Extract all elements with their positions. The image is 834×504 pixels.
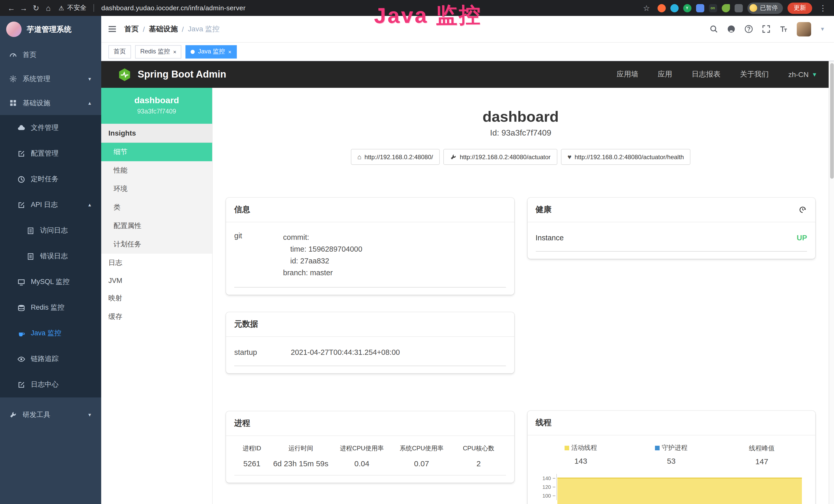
- address-bar[interactable]: ⚠ 不安全 dashboard.yudao.iocoder.cn/infra/a…: [59, 4, 245, 12]
- sidebar-item-log-center[interactable]: 日志中心: [0, 372, 101, 397]
- sba-item-logs[interactable]: 日志: [101, 254, 212, 272]
- sba-nav-about[interactable]: 关于我们: [740, 70, 769, 79]
- forward-icon[interactable]: →: [18, 4, 30, 12]
- live-threads-area: [557, 478, 802, 504]
- extension-icon-puzzle[interactable]: [734, 4, 743, 12]
- language-selector[interactable]: zh-CN ▼: [788, 70, 817, 78]
- document-icon: [27, 227, 35, 234]
- instance-links: ⌂ http://192.168.0.2:48080/ http://192.1…: [213, 149, 829, 165]
- sba-item-scheduled-tasks[interactable]: 计划任务: [101, 235, 212, 254]
- security-label: 不安全: [67, 4, 87, 12]
- back-icon[interactable]: ←: [5, 4, 18, 12]
- sidebar-item-api-log[interactable]: API 日志 ▲: [0, 192, 101, 218]
- avatar-caret-icon[interactable]: ▼: [820, 26, 825, 32]
- profile-paused-badge[interactable]: 已暂停: [747, 2, 783, 14]
- legend-swatch-yellow: [565, 446, 569, 450]
- extension-icon-on[interactable]: on: [709, 4, 717, 12]
- user-avatar[interactable]: [797, 22, 811, 36]
- extension-icon-3[interactable]: Y: [683, 4, 691, 12]
- metadata-card: 元数据 startup 2021-04-27T00:44:31.254+08:0…: [226, 312, 514, 373]
- kebab-menu-icon[interactable]: ⋮: [817, 3, 829, 13]
- sba-item-mappings[interactable]: 映射: [101, 289, 212, 307]
- sidebar-item-dev-tools[interactable]: 研发工具 ▼: [0, 403, 101, 427]
- sidebar-item-scheduled-job[interactable]: 定时任务: [0, 166, 101, 192]
- app-logo-row[interactable]: 芋道管理系统: [0, 16, 101, 43]
- extension-icon-4[interactable]: [696, 4, 704, 12]
- log-icon: [18, 201, 25, 209]
- info-card-title: 信息: [234, 204, 250, 215]
- update-button[interactable]: 更新: [788, 2, 812, 14]
- breadcrumb: 首页 / 基础设施 / Java 监控: [124, 24, 220, 33]
- sba-item-jvm[interactable]: JVM: [101, 272, 212, 289]
- github-icon[interactable]: [727, 25, 736, 33]
- sidebar-item-access-log[interactable]: 访问日志: [0, 218, 101, 244]
- sidebar-item-file-manage[interactable]: 文件管理: [0, 115, 101, 141]
- legend-live-threads: 活动线程 143: [535, 444, 626, 466]
- info-card: 信息 git commit: time: 1596289704000 id: 2…: [226, 198, 514, 295]
- fullscreen-icon[interactable]: [762, 25, 771, 33]
- sba-item-environment[interactable]: 环境: [101, 180, 212, 198]
- app-title: 芋道管理系统: [27, 24, 71, 34]
- font-size-icon[interactable]: [779, 25, 788, 33]
- extension-icon-leaf[interactable]: [722, 4, 730, 12]
- sidebar-item-redis-monitor[interactable]: Redis 监控: [0, 295, 101, 320]
- extension-icon-1[interactable]: [657, 4, 665, 12]
- breadcrumb-home[interactable]: 首页: [124, 24, 139, 33]
- sba-item-details[interactable]: 细节: [101, 143, 212, 161]
- spring-boot-admin-logo: [118, 68, 132, 82]
- tags-view-bar: 首页 Redis 监控 × Java 监控 ×: [101, 43, 834, 61]
- close-icon[interactable]: ×: [173, 48, 176, 55]
- actuator-url-button[interactable]: http://192.168.0.2:48080/actuator: [443, 149, 557, 165]
- sba-item-config-props[interactable]: 配置属性: [101, 217, 212, 235]
- sba-item-classes[interactable]: 类: [101, 198, 212, 217]
- sidebar-item-trace[interactable]: 链路追踪: [0, 346, 101, 372]
- chevron-down-icon: ▼: [87, 412, 92, 417]
- heart-icon: ♥: [568, 153, 571, 161]
- history-icon[interactable]: [798, 205, 807, 214]
- close-icon[interactable]: ×: [228, 48, 232, 55]
- browser-home-icon[interactable]: ⌂: [42, 4, 54, 12]
- scrollbar-thumb[interactable]: [830, 63, 834, 179]
- reload-icon[interactable]: ↻: [30, 3, 42, 13]
- gear-icon: [9, 75, 17, 83]
- sba-brand-title[interactable]: Spring Boot Admin: [138, 69, 226, 80]
- edit-icon: [18, 150, 25, 157]
- sba-item-caches[interactable]: 缓存: [101, 307, 212, 326]
- service-url-button[interactable]: ⌂ http://192.168.0.2:48080/: [351, 149, 440, 165]
- health-url-button[interactable]: ♥ http://192.168.0.2:48080/actuator/heal…: [561, 149, 691, 165]
- sba-nav-applications[interactable]: 应用: [658, 70, 672, 79]
- sidebar-item-mysql-monitor[interactable]: MySQL 监控: [0, 269, 101, 295]
- hamburger-icon[interactable]: [107, 24, 117, 34]
- database-icon: [18, 304, 25, 312]
- search-icon[interactable]: [709, 25, 718, 33]
- sba-item-metrics[interactable]: 性能: [101, 161, 212, 180]
- help-icon[interactable]: [744, 25, 753, 33]
- page-title: dashboard: [213, 108, 829, 125]
- extension-icon-2[interactable]: [670, 4, 678, 12]
- home-icon: ⌂: [357, 153, 361, 161]
- breadcrumb-current: Java 监控: [188, 24, 220, 33]
- tab-redis-monitor[interactable]: Redis 监控 ×: [135, 45, 182, 58]
- sidebar-item-home[interactable]: 首页: [0, 43, 101, 67]
- sba-nav-journal[interactable]: 日志报表: [692, 70, 721, 79]
- health-card-title: 健康: [535, 204, 551, 215]
- tab-home[interactable]: 首页: [108, 45, 131, 58]
- sidebar-item-system[interactable]: 系统管理 ▼: [0, 67, 101, 91]
- tab-java-monitor[interactable]: Java 监控 ×: [186, 45, 237, 58]
- instance-header[interactable]: dashboard 93a3fc7f7409: [101, 88, 212, 124]
- sba-nav-wallboard[interactable]: 应用墙: [617, 70, 638, 79]
- sidebar-item-config-manage[interactable]: 配置管理: [0, 141, 101, 166]
- chevron-down-icon: ▼: [87, 76, 92, 82]
- process-card: 进程 进程ID 运行时间 进程CPU使用率 系统CPU使用率 CPU核心数 52…: [226, 411, 514, 483]
- threads-legend: 活动线程 143 守护进程 53 线程峰值 147: [535, 438, 807, 467]
- wrench-icon: [450, 154, 457, 160]
- breadcrumb-infra[interactable]: 基础设施: [149, 24, 178, 33]
- sidebar-item-error-log[interactable]: 错误日志: [0, 244, 101, 269]
- iframe-scrollbar[interactable]: [829, 61, 834, 504]
- sba-header: Spring Boot Admin 应用墙 应用 日志报表 关于我们 zh-CN…: [101, 61, 829, 88]
- bookmark-star-icon[interactable]: ☆: [640, 3, 653, 13]
- sba-section-insights[interactable]: Insights: [101, 124, 212, 143]
- sidebar-item-infra[interactable]: 基础设施 ▲: [0, 91, 101, 115]
- sidebar-item-java-monitor[interactable]: Java 监控: [0, 320, 101, 346]
- browser-actions: ☆ Y on 已暂停 更新 ⋮: [640, 2, 829, 14]
